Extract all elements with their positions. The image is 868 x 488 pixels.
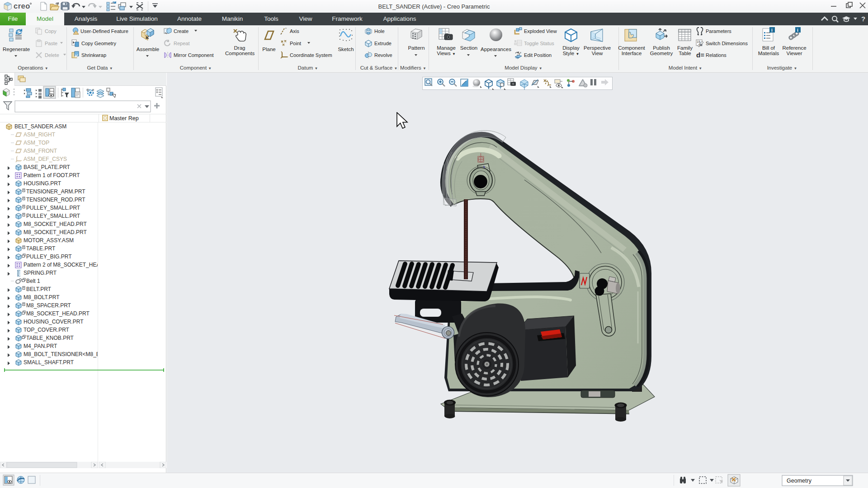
svg-text:Pattern 2 of M8_SOCKET_HEAD.P: Pattern 2 of M8_SOCKET_HEAD.P [24, 262, 109, 268]
svg-text:ASM_RIGHT: ASM_RIGHT [24, 131, 56, 138]
svg-text:M8_SOCKET_HEAD.PRT: M8_SOCKET_HEAD.PRT [26, 310, 90, 317]
svg-text:PULLEY_SMALL.PRT: PULLEY_SMALL.PRT [26, 205, 80, 211]
svg-text:ASM_FRONT: ASM_FRONT [24, 148, 57, 154]
svg-text:Geometry: Geometry [787, 478, 812, 484]
svg-text:TABLE.PRT: TABLE.PRT [26, 245, 56, 252]
svg-text:d=: d= [696, 51, 704, 59]
svg-text:PULLEY_BIG.PRT: PULLEY_BIG.PRT [26, 253, 72, 260]
svg-text:Master Rep: Master Rep [109, 115, 139, 122]
svg-text:MOTOR_ASSY.ASM: MOTOR_ASSY.ASM [24, 237, 74, 244]
svg-text:SPRING.PRT: SPRING.PRT [24, 270, 57, 276]
svg-text:?: ? [861, 15, 865, 23]
svg-text:TENSIONER_ARM.PRT: TENSIONER_ARM.PRT [26, 188, 85, 195]
svg-text:M8_SOCKET_HEAD.PRT: M8_SOCKET_HEAD.PRT [24, 229, 87, 235]
svg-text:i: i [797, 28, 798, 33]
svg-text:M8_BOLT.PRT: M8_BOLT.PRT [24, 294, 60, 300]
svg-text:M8_BOLT_TENSIONER<M8_BOLT: M8_BOLT_TENSIONER<M8_BOLT [24, 351, 110, 357]
svg-text:M8_SOCKET_HEAD.PRT: M8_SOCKET_HEAD.PRT [24, 221, 87, 227]
svg-text:i: i [771, 28, 773, 33]
svg-text:PULLEY_SMALL.PRT: PULLEY_SMALL.PRT [26, 213, 80, 219]
svg-text:fx: fx [699, 43, 703, 47]
svg-text:TABLE_KNOB.PRT: TABLE_KNOB.PRT [26, 335, 74, 341]
svg-text:SMALL_SHAFT.PRT: SMALL_SHAFT.PRT [24, 359, 74, 366]
svg-text:BELT_SANDER.ASM: BELT_SANDER.ASM [14, 123, 66, 130]
svg-text:creo: creo [14, 2, 30, 10]
svg-text:HOUSING.PRT: HOUSING.PRT [24, 180, 61, 187]
svg-text:Belt 1: Belt 1 [26, 278, 40, 284]
svg-text:M4_PAN.PRT: M4_PAN.PRT [24, 343, 57, 349]
svg-text:M8_SPACER.PRT: M8_SPACER.PRT [26, 302, 71, 309]
svg-text:HOUSING_COVER.PRT: HOUSING_COVER.PRT [24, 319, 84, 325]
svg-text:ASM_TOP: ASM_TOP [24, 140, 49, 146]
svg-text:x: x [520, 51, 521, 54]
svg-text:TOP_COVER.PRT: TOP_COVER.PRT [24, 327, 70, 333]
svg-text:BELT.PRT: BELT.PRT [26, 286, 52, 292]
svg-text:ASM_DEF_CSYS: ASM_DEF_CSYS [24, 156, 67, 162]
svg-text:TENSIONER_ROD.PRT: TENSIONER_ROD.PRT [26, 197, 85, 203]
svg-text:BASE_PLATE.PRT: BASE_PLATE.PRT [24, 164, 71, 170]
svg-text:Pattern 1 of FOOT.PRT: Pattern 1 of FOOT.PRT [24, 172, 80, 178]
